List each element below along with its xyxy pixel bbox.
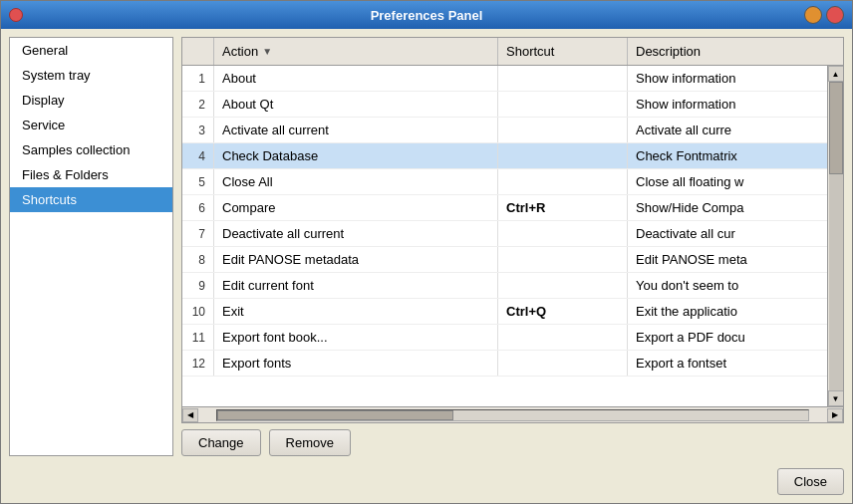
table-row[interactable]: 7Deactivate all currentDeactivate all cu… — [182, 221, 827, 247]
h-scroll-thumb[interactable] — [217, 410, 453, 420]
cell-description: Show/Hide Compa — [628, 195, 827, 220]
titlebar-left-icon — [9, 8, 23, 22]
sidebar: GeneralSystem trayDisplayServiceSamples … — [9, 37, 173, 456]
cell-num: 4 — [182, 143, 214, 168]
action-buttons: Change Remove — [181, 429, 844, 456]
cell-description: Deactivate all cur — [628, 221, 827, 246]
table-row[interactable]: 12Export fontsExport a fontset — [182, 351, 827, 377]
table-scroll[interactable]: 1AboutShow information2About QtShow info… — [182, 66, 827, 406]
table-with-vscroll: 1AboutShow information2About QtShow info… — [182, 66, 843, 406]
cell-num: 12 — [182, 351, 214, 376]
horizontal-scrollbar[interactable]: ◀ ▶ — [182, 406, 843, 422]
cell-shortcut — [498, 118, 628, 142]
sidebar-item-system-tray[interactable]: System tray — [10, 63, 172, 88]
cell-num: 8 — [182, 247, 214, 272]
sidebar-item-general[interactable]: General — [10, 38, 172, 63]
cell-description: Exit the applicatio — [628, 299, 827, 324]
cell-shortcut — [498, 351, 628, 376]
table-row[interactable]: 6CompareCtrl+RShow/Hide Compa — [182, 195, 827, 221]
table-row[interactable]: 1AboutShow information — [182, 66, 827, 92]
cell-action: Export fonts — [214, 351, 498, 376]
h-scroll-track[interactable] — [216, 409, 809, 421]
cell-num: 3 — [182, 118, 214, 142]
action-sort-icon[interactable]: ▼ — [262, 46, 272, 57]
sidebar-item-display[interactable]: Display — [10, 88, 172, 113]
remove-button[interactable]: Remove — [269, 429, 351, 456]
change-button[interactable]: Change — [181, 429, 261, 456]
sidebar-item-shortcuts[interactable]: Shortcuts — [10, 187, 172, 212]
cell-shortcut — [498, 221, 628, 246]
scroll-left-arrow[interactable]: ◀ — [182, 408, 198, 422]
cell-action: Activate all current — [214, 118, 498, 142]
scroll-right-arrow[interactable]: ▶ — [827, 408, 843, 422]
cell-action: Check Database — [214, 143, 498, 168]
cell-num: 2 — [182, 92, 214, 117]
cell-description: Show information — [628, 66, 827, 91]
vertical-scrollbar[interactable]: ▲ ▼ — [827, 66, 843, 406]
cell-shortcut — [498, 92, 628, 117]
cell-description: Show information — [628, 92, 827, 117]
cell-shortcut: Ctrl+R — [498, 195, 628, 220]
col-description: Description — [628, 38, 843, 65]
cell-num: 5 — [182, 169, 214, 194]
cell-action: Compare — [214, 195, 498, 220]
cell-action: About — [214, 66, 498, 91]
cell-description: Check Fontmatrix — [628, 143, 827, 168]
table-header: Action ▼ Shortcut Description — [182, 38, 843, 66]
cell-num: 11 — [182, 325, 214, 350]
col-shortcut: Shortcut — [498, 38, 628, 65]
scroll-down-arrow[interactable]: ▼ — [828, 390, 844, 406]
close-dialog-button[interactable]: Close — [777, 468, 844, 495]
table-row[interactable]: 2About QtShow information — [182, 92, 827, 118]
cell-num: 10 — [182, 299, 214, 324]
sidebar-item-samples-collection[interactable]: Samples collection — [10, 137, 172, 162]
app-icon — [9, 8, 23, 22]
scroll-up-arrow[interactable]: ▲ — [828, 66, 844, 82]
cell-description: Activate all curre — [628, 118, 827, 142]
sidebar-item-service[interactable]: Service — [10, 113, 172, 137]
titlebar-controls — [804, 6, 844, 24]
cell-num: 1 — [182, 66, 214, 91]
cell-num: 7 — [182, 221, 214, 246]
cell-shortcut: Ctrl+Q — [498, 299, 628, 324]
table-row[interactable]: 5Close AllClose all floating w — [182, 169, 827, 195]
col-num — [182, 38, 214, 65]
sidebar-item-files-and-folders[interactable]: Files & Folders — [10, 162, 172, 187]
cell-description: Export a PDF docu — [628, 325, 827, 350]
cell-description: Export a fontset — [628, 351, 827, 376]
cell-shortcut — [498, 143, 628, 168]
scroll-thumb[interactable] — [829, 82, 843, 174]
cell-action: Export font book... — [214, 325, 498, 350]
cell-shortcut — [498, 325, 628, 350]
col-action: Action ▼ — [214, 38, 498, 65]
cell-action: Edit PANOSE metadata — [214, 247, 498, 272]
table-row[interactable]: 10ExitCtrl+QExit the applicatio — [182, 299, 827, 325]
table-row[interactable]: 3Activate all currentActivate all curre — [182, 118, 827, 143]
cell-action: Deactivate all current — [214, 221, 498, 246]
cell-num: 9 — [182, 273, 214, 298]
table-row[interactable]: 11Export font book...Export a PDF docu — [182, 325, 827, 351]
cell-action: Exit — [214, 299, 498, 324]
shortcuts-table-container: Action ▼ Shortcut Description 1AboutShow… — [181, 37, 844, 423]
scroll-track[interactable] — [829, 82, 843, 390]
cell-shortcut — [498, 66, 628, 91]
cell-action: Close All — [214, 169, 498, 194]
cell-num: 6 — [182, 195, 214, 220]
window-title: Preferences Panel — [371, 8, 483, 23]
cell-description: Close all floating w — [628, 169, 827, 194]
cell-shortcut — [498, 273, 628, 298]
cell-shortcut — [498, 169, 628, 194]
table-row[interactable]: 9Edit current fontYou don't seem to — [182, 273, 827, 299]
cell-action: Edit current font — [214, 273, 498, 298]
minimize-button[interactable] — [804, 6, 822, 24]
table-row[interactable]: 8Edit PANOSE metadataEdit PANOSE meta — [182, 247, 827, 273]
cell-description: Edit PANOSE meta — [628, 247, 827, 272]
bottom-row: Close — [1, 464, 852, 503]
close-button[interactable] — [826, 6, 844, 24]
cell-description: You don't seem to — [628, 273, 827, 298]
titlebar: Preferences Panel — [1, 1, 852, 29]
main-area: Action ▼ Shortcut Description 1AboutShow… — [181, 37, 844, 456]
cell-shortcut — [498, 247, 628, 272]
table-row[interactable]: 4Check DatabaseCheck Fontmatrix — [182, 143, 827, 169]
cell-action: About Qt — [214, 92, 498, 117]
